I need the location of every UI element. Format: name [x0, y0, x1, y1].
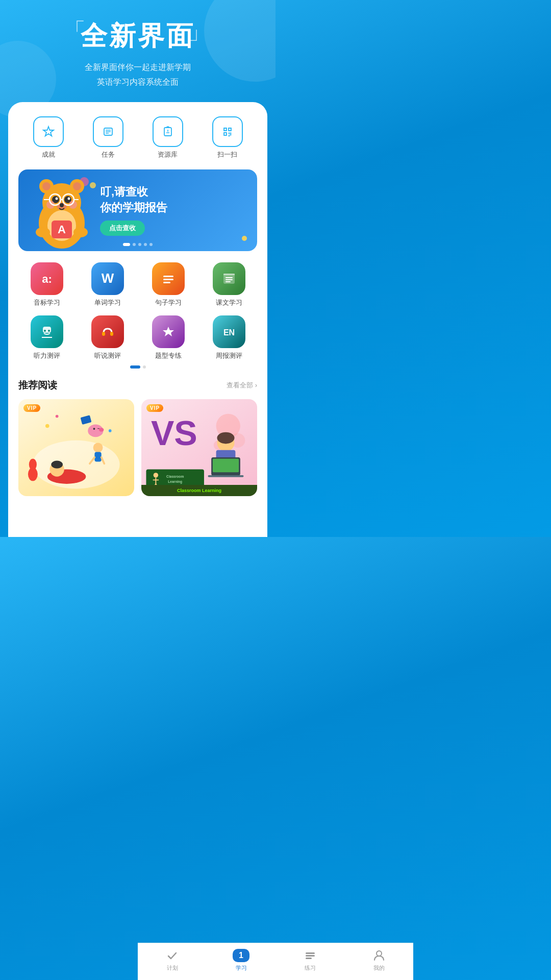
svg-text:EN: EN: [223, 328, 234, 337]
feature-speaking[interactable]: 听说测评: [79, 315, 136, 360]
achievement-label: 成就: [42, 150, 55, 159]
banner-dot-4: [144, 243, 147, 246]
phonetic-label: 音标学习: [34, 299, 60, 307]
quick-actions: 成就 任务: [18, 116, 257, 159]
subtitle-line1: 全新界面伴你一起走进新学期: [10, 60, 265, 75]
section-more[interactable]: 查看全部 ›: [227, 381, 257, 390]
banner[interactable]: A 叮,请查收 你的学期报告 点击查收: [18, 169, 257, 251]
svg-point-49: [109, 429, 112, 432]
header-subtitle: 全新界面伴你一起走进新学期 英语学习内容系统全面: [10, 60, 265, 90]
svg-rect-53: [97, 428, 99, 429]
task-icon: [93, 116, 123, 147]
exercise-icon: [152, 315, 185, 348]
svg-rect-69: [213, 458, 239, 472]
quick-action-task[interactable]: 任务: [93, 116, 123, 159]
word-icon: W: [91, 262, 124, 295]
svg-rect-32: [163, 282, 170, 283]
banner-dot-3: [138, 243, 141, 246]
reading-cards: VIP: [18, 399, 257, 537]
resource-label: 资源库: [158, 150, 178, 159]
svg-rect-36: [226, 281, 231, 282]
page-dot-2: [143, 365, 146, 369]
header-title: 全新界面: [81, 18, 195, 54]
header: 全新界面 全新界面伴你一起走进新学期 英语学习内容系统全面: [0, 0, 276, 102]
svg-text:Learning: Learning: [168, 480, 182, 484]
svg-text:W: W: [101, 271, 114, 286]
quick-action-achievement[interactable]: 成就: [33, 116, 64, 159]
banner-dots: [123, 243, 153, 246]
subtitle-line2: 英语学习内容系统全面: [10, 75, 265, 90]
banner-dot-5: [149, 243, 153, 246]
svg-point-15: [60, 203, 64, 207]
svg-point-20: [73, 227, 88, 237]
feature-text[interactable]: 课文学习: [201, 262, 257, 307]
section-title: 推荐阅读: [18, 379, 57, 392]
word-label: 单词学习: [94, 299, 121, 307]
card2-illustration: VS: [141, 399, 257, 496]
banner-text: 叮,请查收 你的学期报告 点击查收: [100, 184, 247, 236]
svg-rect-59: [94, 452, 101, 461]
listening-icon: [31, 315, 63, 348]
svg-rect-54: [81, 415, 92, 425]
svg-point-8: [42, 182, 51, 190]
page-dots: [18, 365, 257, 369]
listening-label: 听力测评: [34, 352, 60, 360]
classroom-label: Classroom Learning: [141, 485, 257, 496]
svg-point-19: [36, 227, 50, 237]
svg-rect-30: [163, 276, 173, 277]
page-dot-1: [130, 365, 140, 369]
reading-card-1[interactable]: VIP: [18, 399, 134, 496]
svg-point-13: [68, 197, 70, 200]
task-label: 任务: [102, 150, 115, 159]
feature-phonetic[interactable]: a: 音标学习: [18, 262, 75, 307]
svg-point-12: [56, 197, 58, 200]
sentence-icon: [152, 262, 185, 295]
svg-point-57: [51, 460, 63, 468]
phonetic-icon: a:: [31, 262, 63, 295]
card1-illustration: [18, 399, 134, 496]
scan-icon: [212, 116, 243, 147]
scan-label: 扫一扫: [217, 150, 237, 159]
text-label: 课文学习: [216, 299, 242, 307]
svg-text:Classroom: Classroom: [166, 474, 184, 478]
svg-point-58: [93, 443, 103, 452]
svg-text:A: A: [58, 223, 66, 236]
svg-point-39: [48, 330, 50, 332]
svg-point-52: [93, 428, 95, 430]
svg-rect-40: [102, 332, 105, 336]
svg-rect-31: [163, 279, 173, 280]
feature-word[interactable]: W 单词学习: [79, 262, 136, 307]
feature-grid: a: 音标学习 W 单词学习: [18, 262, 257, 360]
text-icon: [213, 262, 245, 295]
weekly-label: 周报测评: [216, 352, 242, 360]
exercise-label: 题型专练: [155, 352, 182, 360]
main-card: 成就 任务: [8, 102, 267, 537]
svg-text:VS: VS: [151, 413, 197, 452]
speaking-label: 听说测评: [94, 352, 121, 360]
svg-point-9: [73, 182, 81, 190]
speaking-icon: [91, 315, 124, 348]
svg-text:a:: a:: [42, 273, 52, 285]
svg-point-75: [154, 473, 158, 477]
reading-card-2[interactable]: VIP VS: [141, 399, 257, 496]
svg-rect-41: [110, 332, 113, 336]
svg-rect-35: [226, 279, 233, 280]
weekly-icon: EN: [213, 315, 245, 348]
svg-rect-70: [208, 475, 244, 477]
bear-mascot-icon: A: [23, 172, 100, 251]
feature-listening[interactable]: 听力测评: [18, 315, 75, 360]
svg-point-47: [45, 424, 49, 428]
svg-point-71: [217, 432, 234, 444]
quick-action-resource[interactable]: 资源库: [153, 116, 183, 159]
feature-exercise[interactable]: 题型专练: [140, 315, 196, 360]
banner-button[interactable]: 点击查收: [100, 220, 145, 236]
banner-dot-1: [123, 243, 130, 246]
svg-point-38: [44, 330, 46, 332]
banner-title: 叮,请查收 你的学期报告: [100, 184, 247, 216]
svg-marker-42: [163, 327, 174, 336]
banner-dot-2: [133, 243, 136, 246]
feature-weekly[interactable]: EN 周报测评: [201, 315, 257, 360]
section-header: 推荐阅读 查看全部 ›: [18, 379, 257, 392]
feature-sentence[interactable]: 句子学习: [140, 262, 196, 307]
quick-action-scan[interactable]: 扫一扫: [212, 116, 243, 159]
